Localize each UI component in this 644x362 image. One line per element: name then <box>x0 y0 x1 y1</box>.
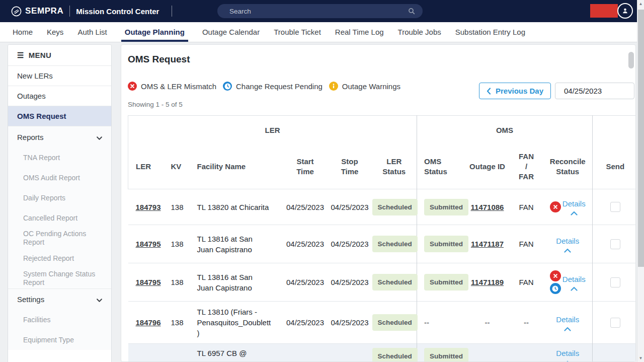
ler-status-cell: Scheduled <box>372 263 417 302</box>
details-link[interactable]: Details <box>562 198 586 209</box>
search-input[interactable]: Search <box>217 4 423 18</box>
previous-day-button[interactable]: Previous Day <box>479 83 551 99</box>
stop-time-cell: 04/25/2023 <box>328 302 372 344</box>
sidebar-items: New LERsOutagesOMS RequestReportsTNA Rep… <box>8 66 111 350</box>
tab-keys[interactable]: Keys <box>47 22 63 42</box>
mismatch-icon <box>128 82 137 91</box>
table-row: TL 6957 CB @ScheduledSubmittedDetails <box>128 344 636 362</box>
start-time-cell <box>283 344 328 362</box>
sidebar-item-new-lers[interactable]: New LERs <box>8 66 111 86</box>
details-link[interactable]: Details <box>562 274 586 284</box>
start-time-cell: 04/25/2023 <box>283 302 328 344</box>
scrollbar-thumb[interactable] <box>638 10 644 267</box>
ler-status-badge: Scheduled <box>372 314 418 331</box>
top-app-bar: SEMPRA Mission Control Center Search <box>0 0 644 22</box>
tab-trouble-jobs[interactable]: Trouble Jobs <box>398 22 441 42</box>
scroll-down-arrow-icon[interactable]: ▼ <box>637 356 644 360</box>
sidebar-item-oms-audit-report[interactable]: OMS Audit Report <box>8 168 111 188</box>
sidebar: ☰ MENU New LERsOutagesOMS RequestReports… <box>8 44 112 362</box>
ler-link[interactable]: 184793 <box>136 203 161 211</box>
chevron-up-icon[interactable] <box>571 286 578 291</box>
col-header-oms-status: OMS Status <box>417 145 465 189</box>
send-checkbox[interactable] <box>610 239 620 249</box>
sidebar-item-rejected-report[interactable]: Rejected Report <box>8 248 111 268</box>
facility-name-cell: TL 13810 (Friars - Penasquitos_Doublett … <box>190 302 283 344</box>
outage-id-link[interactable]: 11471086 <box>471 203 504 211</box>
sidebar-item-system-change-status-report[interactable]: System Change Status Report <box>8 268 111 288</box>
oms-status-badge: Submitted <box>424 199 468 215</box>
send-checkbox[interactable] <box>610 318 620 328</box>
chevron-up-icon[interactable] <box>564 248 571 253</box>
reconcile-wrap: Details <box>544 348 592 362</box>
sidebar-item-label: Settings <box>17 295 44 304</box>
sidebar-item-label: Rejected Report <box>23 254 74 263</box>
scroll-up-arrow-icon[interactable]: ▲ <box>637 2 644 6</box>
facility-name-cell: TL 6957 CB @ <box>190 344 283 362</box>
reconcile-status-cell: Details <box>543 225 593 263</box>
chevron-up-icon[interactable] <box>571 211 578 215</box>
sidebar-item-equipment-type[interactable]: Equipment Type <box>8 330 111 350</box>
tab-substation-entry-log[interactable]: Substation Entry Log <box>455 22 525 42</box>
menu-toggle[interactable]: ☰ MENU <box>8 45 111 66</box>
tab-real-time-log[interactable]: Real Time Log <box>335 22 384 42</box>
sidebar-item-label: Equipment Type <box>23 336 74 344</box>
nav-tabs: HomeKeysAuth ListOutage PlanningOutage C… <box>0 22 644 42</box>
sidebar-item-cancelled-report[interactable]: Cancelled Report <box>8 208 111 228</box>
pending-clock-icon <box>223 82 232 91</box>
sidebar-item-oc-pending-actions-report[interactable]: OC Pending Actions Report <box>8 228 111 248</box>
send-checkbox[interactable] <box>610 277 620 287</box>
start-time-cell: 04/25/2023 <box>283 225 328 263</box>
oms-request-table: LER OMS LER KV Facility Name Start Time … <box>128 115 635 362</box>
search-placeholder: Search <box>229 8 408 15</box>
col-header-send: Send <box>593 145 636 189</box>
ler-link[interactable]: 184796 <box>136 318 161 327</box>
oms-status-cell: Submitted <box>417 189 465 225</box>
sidebar-item-settings[interactable]: Settings <box>8 288 111 310</box>
col-header-stop-time: Stop Time <box>328 145 372 189</box>
group-header-ler: LER <box>128 116 417 145</box>
window-scrollbar[interactable]: ▲ ▼ <box>637 0 644 362</box>
ler-link[interactable]: 184795 <box>136 278 161 286</box>
sidebar-item-label: Cancelled Report <box>23 214 77 223</box>
panel-scrollbar-thumb[interactable] <box>628 52 634 68</box>
tab-trouble-ticket[interactable]: Trouble Ticket <box>274 22 321 42</box>
send-checkbox[interactable] <box>610 202 620 212</box>
details-block: Details <box>562 198 586 215</box>
fan-far-cell <box>510 344 543 362</box>
tab-outage-planning[interactable]: Outage Planning <box>121 22 188 42</box>
start-time-cell: 04/25/2023 <box>283 189 328 225</box>
warning-icon <box>329 82 338 91</box>
ler-link[interactable]: 184795 <box>136 240 161 248</box>
search-icon[interactable] <box>408 7 416 15</box>
tab-home[interactable]: Home <box>13 22 33 42</box>
sidebar-item-oms-request[interactable]: OMS Request <box>8 106 111 126</box>
oms-status-cell: Submitted <box>417 225 465 263</box>
sidebar-item-outages[interactable]: Outages <box>8 86 111 106</box>
stop-time-cell: 04/25/2023 <box>328 225 372 263</box>
details-link[interactable]: Details <box>556 236 579 246</box>
tab-auth-list[interactable]: Auth List <box>77 22 107 42</box>
user-avatar-button[interactable] <box>617 3 633 19</box>
col-header-ler-status: LER Status <box>372 145 417 189</box>
outage-id-link[interactable]: 11471189 <box>471 278 504 286</box>
ler-status-badge: Scheduled <box>372 199 418 215</box>
legend-oms-ler-mismatch: OMS & LER Mismatch <box>128 82 216 91</box>
chevron-up-icon[interactable] <box>564 327 571 331</box>
details-block: Details <box>556 236 579 253</box>
ler-status-cell: Scheduled <box>372 302 417 344</box>
sidebar-item-daily-reports[interactable]: Daily Reports <box>8 188 111 208</box>
tab-outage-calendar[interactable]: Outage Calendar <box>202 22 260 42</box>
sidebar-item-label: OC Pending Actions Report <box>23 230 102 247</box>
sidebar-item-reports[interactable]: Reports <box>8 126 111 148</box>
ler-status-badge: Scheduled <box>372 348 418 362</box>
chevron-down-icon <box>97 295 102 304</box>
date-input[interactable]: 04/25/2023 <box>555 83 634 99</box>
sidebar-item-facilities[interactable]: Facilities <box>8 310 111 330</box>
details-link[interactable]: Details <box>556 348 579 358</box>
group-header-empty <box>593 116 636 145</box>
sidebar-item-tna-report[interactable]: TNA Report <box>8 148 111 168</box>
details-link[interactable]: Details <box>556 314 579 325</box>
pending-clock-icon <box>550 283 561 294</box>
stop-time-cell <box>328 344 372 362</box>
outage-id-link[interactable]: 11471187 <box>471 240 504 248</box>
